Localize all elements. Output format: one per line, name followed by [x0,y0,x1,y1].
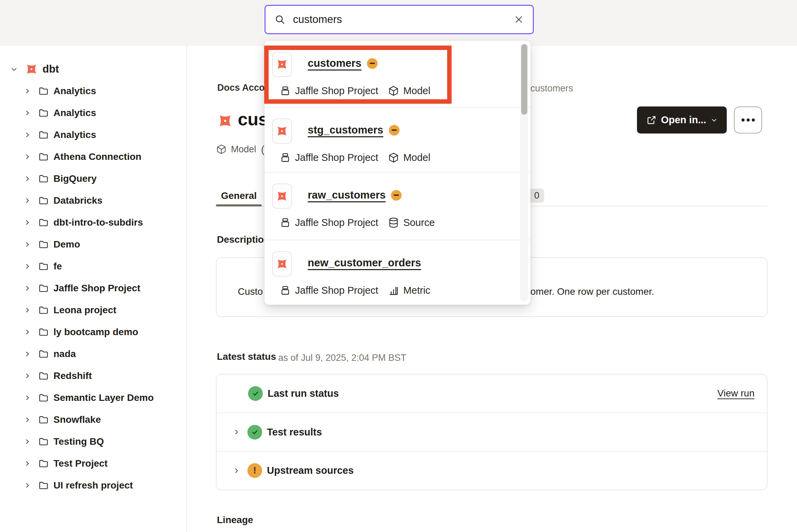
sidebar-item[interactable]: Jaffle Shop Project [0,277,186,299]
search-input[interactable] [293,13,514,26]
view-run-link[interactable]: View run [718,388,755,399]
global-search[interactable] [265,5,534,34]
sidebar-item[interactable]: Leona project [0,299,186,321]
sidebar-item[interactable]: Testing BQ [0,431,186,453]
sidebar-item[interactable]: Demo [0,233,186,255]
description-text: Custo [238,286,263,297]
sidebar-item[interactable]: Analytics [0,80,186,102]
dbt-logo-icon [273,187,291,205]
search-results-dropdown: customers Jaffle Shop Project Model stg_… [265,41,530,305]
open-in-label: Open in... [661,114,706,126]
result-name-link[interactable]: customers [308,57,361,69]
folder-icon [38,195,49,206]
search-result-raw-customers[interactable]: raw_customers Jaffle Shop Project Source [265,172,530,240]
chevron-right-icon [23,218,32,227]
breadcrumb-current: customers [530,83,573,94]
sidebar-item[interactable]: UI refresh project [0,474,186,496]
result-type-label: Source [403,217,435,228]
folder-icon [38,349,49,359]
materialization-fragment: ( [261,144,265,155]
sidebar-item[interactable]: Redshift [0,365,186,387]
status-row-label: Last run status [268,388,339,399]
sidebar-item-label: Testing BQ [53,436,104,447]
sidebar-item[interactable]: dbt-intro-to-subdirs [0,212,186,233]
result-tile [272,52,292,77]
result-project-label: Jaffle Shop Project [295,285,378,296]
sidebar-item-label: Leona project [53,305,117,316]
sidebar-item[interactable]: nada [0,343,186,365]
upstream-sources-row[interactable]: ! Upstream sources [217,451,767,490]
source-icon [388,217,399,228]
lineage-heading: Lineage [217,515,253,525]
sidebar-item[interactable]: Analytics [0,124,186,146]
result-meta: Jaffle Shop Project Metric [280,285,430,296]
sidebar-item-label: Analytics [53,107,96,118]
chevron-right-icon [23,109,32,117]
sidebar-item[interactable]: Analytics [0,102,186,124]
tab-count-value: 0 [534,190,539,201]
sidebar-item[interactable]: Test Project [0,453,186,474]
dropdown-scrollbar-thumb[interactable] [521,44,527,115]
description-heading: Description [217,234,270,245]
success-icon [247,425,262,440]
sidebar-item[interactable]: Athena Connection [0,146,186,168]
sidebar-item-label: UI refresh project [53,480,133,491]
result-type-label: Metric [403,285,430,296]
chevron-right-icon [23,306,32,314]
ellipsis-icon [747,118,750,122]
more-actions-button[interactable] [734,106,762,134]
dbt-logo-icon [273,255,291,273]
ellipsis-icon [752,118,755,122]
chevron-right-icon [23,394,32,402]
sidebar-item-label: Jaffle Shop Project [53,283,140,294]
chevron-right-icon [232,428,241,436]
result-project-label: Jaffle Shop Project [295,217,378,228]
sidebar-item-label: dbt-intro-to-subdirs [53,217,143,228]
stale-badge-icon [389,125,400,136]
dbt-logo-icon [213,109,237,132]
metric-icon [388,285,399,296]
open-in-button[interactable]: Open in... [637,106,727,134]
folder-icon [38,305,49,315]
chevron-right-icon [23,459,32,468]
search-result-stg-customers[interactable]: stg_customers Jaffle Shop Project Model [265,107,530,172]
status-row-label: Test results [267,427,322,438]
latest-status-heading: Latest status [217,351,276,362]
result-type-label: Model [403,152,430,163]
ellipsis-icon [741,118,745,122]
sidebar-item[interactable]: Snowflake [0,409,186,431]
result-name-link[interactable]: raw_customers [308,189,385,201]
tab-general[interactable]: General [221,190,257,201]
sidebar-item[interactable]: BigQuery [0,168,186,190]
test-results-row[interactable]: Test results [217,413,767,451]
search-result-new-customer-orders[interactable]: new_customer_orders Jaffle Shop Project … [265,240,530,304]
last-run-status-row: Last run status View run [217,375,767,413]
sidebar-item-label: Test Project [53,458,108,469]
sidebar-item-label: Semantic Layer Demo [53,392,154,403]
clear-search-icon[interactable] [514,14,524,25]
model-icon [216,144,227,155]
folder-icon [38,239,49,250]
sidebar-item-label: Snowflake [53,414,101,425]
chevron-right-icon [23,372,32,380]
sidebar-item[interactable]: ly bootcamp demo [0,321,186,343]
project-icon [280,152,291,163]
warning-icon: ! [247,463,262,478]
chevron-right-icon [23,350,32,358]
result-name-link[interactable]: stg_customers [308,124,383,136]
chevron-right-icon [23,481,32,490]
folder-icon [38,436,49,447]
sidebar-item[interactable]: Semantic Layer Demo [0,387,186,409]
chevron-right-icon [23,197,32,205]
search-result-customers[interactable]: customers Jaffle Shop Project Model [265,41,530,107]
chevron-right-icon [23,262,32,270]
sidebar-item[interactable]: fe [0,255,186,277]
chevron-down-icon [10,65,19,74]
result-name-link[interactable]: new_customer_orders [308,257,421,269]
sidebar-item-dbt-root[interactable]: dbt [0,58,186,80]
sidebar-item-label: Demo [53,239,80,250]
folder-icon [38,130,49,140]
chevron-down-icon [711,117,718,124]
folder-icon [38,415,49,425]
sidebar-item[interactable]: Databricks [0,190,186,212]
